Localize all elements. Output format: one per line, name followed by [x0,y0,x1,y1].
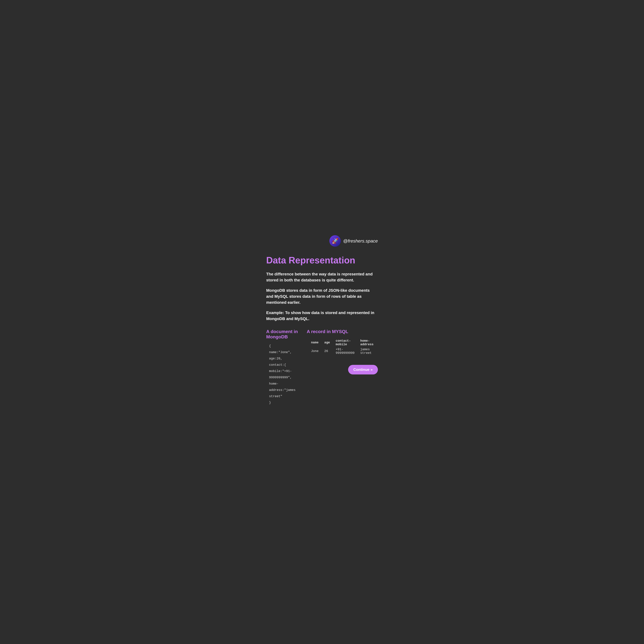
table-header-row: name age contact-mobile home-address [310,339,375,346]
code-line-3: age:26, [269,356,298,362]
paragraph-2: MongoDB stores data in form of JSON-like… [266,287,378,305]
brand-logo: 🚀 [329,235,341,247]
mongodb-column: A document in MongoDB { name:"Jone", age… [266,329,298,406]
mysql-table: name age contact-mobile home-address Jon… [307,338,378,356]
mysql-column: A record in MYSQL name age contact-mobil… [307,329,378,406]
cell-name: Jone [310,348,320,355]
code-line-4: contact:{ [269,362,298,368]
bottom-area: Continue » [307,365,378,374]
col-header-name: name [310,339,320,346]
continue-button[interactable]: Continue » [348,365,378,374]
page-title: Data Representation [266,255,378,265]
mongodb-title: A document in MongoDB [266,329,298,340]
paragraph-1: The difference between the way data is r… [266,271,378,283]
cell-address: james street [359,348,375,355]
paragraph-3-text: Example: To show how data is stored and … [266,310,378,322]
col-header-age: age [323,339,331,346]
code-line-2: name:"Jone", [269,349,298,356]
code-line-5: mobile:"+91-9999999999", [269,368,298,381]
code-line-6: home-address:"james street" [269,381,298,400]
paragraph-1-text: The difference between the way data is r… [266,271,378,283]
mysql-title: A record in MYSQL [307,329,378,334]
continue-label: Continue [353,367,369,372]
columns-section: A document in MongoDB { name:"Jone", age… [266,329,378,406]
chevron-icon: » [371,367,373,372]
mongodb-code: { name:"Jone", age:26, contact:{ mobile:… [266,343,298,406]
paragraph-2-text: MongoDB stores data in form of JSON-like… [266,287,378,305]
cell-age: 26 [323,348,331,355]
paragraph-3: Example: To show how data is stored and … [266,310,378,322]
page-container: 🚀 @freshers.space Data Representation Th… [258,229,386,414]
table-row: Jone 26 +91-9999999999 james street [310,348,375,355]
cell-contact: +91-9999999999 [334,348,356,355]
col-header-address: home-address [359,339,375,346]
code-line-1: { [269,343,298,349]
header: 🚀 @freshers.space [266,235,378,247]
rocket-icon: 🚀 [332,238,339,244]
code-line-7: } [269,400,298,406]
col-header-contact: contact-mobile [334,339,356,346]
brand-name: @freshers.space [343,238,378,244]
